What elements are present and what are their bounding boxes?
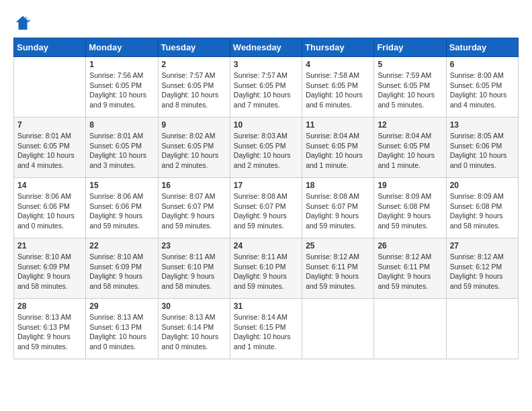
day-number: 27 — [450, 241, 515, 250]
daylight-text: Daylight: 10 hours and 1 minute. — [378, 150, 442, 170]
calendar-cell: 11Sunrise: 8:04 AMSunset: 6:05 PMDayligh… — [302, 118, 374, 178]
weekday-header: Wednesday — [230, 38, 302, 57]
sunset-text: Sunset: 6:07 PM — [306, 201, 370, 212]
day-info: Sunrise: 8:05 AMSunset: 6:06 PMDaylight:… — [450, 131, 515, 171]
calendar-cell: 18Sunrise: 8:08 AMSunset: 6:07 PMDayligh… — [302, 178, 374, 238]
daylight-text: Daylight: 10 hours and 1 minute. — [306, 150, 370, 170]
daylight-text: Daylight: 10 hours and 1 minute. — [234, 332, 298, 351]
sunset-text: Sunset: 6:05 PM — [17, 141, 82, 151]
day-number: 2 — [162, 60, 226, 69]
logo — [13, 13, 35, 32]
sunrise-text: Sunrise: 8:14 AM — [234, 312, 298, 322]
day-info: Sunrise: 8:13 AMSunset: 6:13 PMDaylight:… — [17, 312, 82, 352]
sunset-text: Sunset: 6:13 PM — [17, 322, 82, 332]
day-info: Sunrise: 8:10 AMSunset: 6:09 PMDaylight:… — [89, 252, 154, 291]
weekday-header: Thursday — [302, 38, 374, 57]
day-info: Sunrise: 8:14 AMSunset: 6:15 PMDaylight:… — [234, 312, 298, 352]
daylight-text: Daylight: 10 hours and 9 minutes. — [89, 90, 154, 109]
sunrise-text: Sunrise: 8:01 AM — [17, 131, 82, 141]
calendar-cell: 15Sunrise: 8:06 AMSunset: 6:06 PMDayligh… — [86, 178, 158, 238]
day-info: Sunrise: 8:06 AMSunset: 6:06 PMDaylight:… — [17, 191, 82, 231]
calendar-cell: 7Sunrise: 8:01 AMSunset: 6:05 PMDaylight… — [14, 118, 86, 178]
sunrise-text: Sunrise: 8:03 AM — [234, 131, 298, 141]
day-number: 16 — [162, 181, 226, 190]
weekday-header: Friday — [374, 38, 446, 57]
calendar-cell: 30Sunrise: 8:13 AMSunset: 6:14 PMDayligh… — [158, 299, 230, 359]
calendar-cell: 16Sunrise: 8:07 AMSunset: 6:07 PMDayligh… — [158, 178, 230, 238]
sunrise-text: Sunrise: 8:10 AM — [89, 252, 154, 262]
day-number: 28 — [17, 302, 82, 311]
day-number: 9 — [162, 120, 226, 130]
sunset-text: Sunset: 6:05 PM — [234, 81, 298, 91]
daylight-text: Daylight: 9 hours and 59 minutes. — [450, 271, 515, 291]
daylight-text: Daylight: 9 hours and 59 minutes. — [306, 211, 370, 230]
day-info: Sunrise: 8:04 AMSunset: 6:05 PMDaylight:… — [378, 131, 442, 171]
calendar-cell: 17Sunrise: 8:08 AMSunset: 6:07 PMDayligh… — [230, 178, 302, 238]
daylight-text: Daylight: 10 hours and 4 minutes. — [450, 90, 515, 109]
day-number: 4 — [306, 60, 370, 69]
day-number: 18 — [306, 181, 370, 190]
sunrise-text: Sunrise: 8:09 AM — [450, 191, 515, 201]
day-number: 22 — [89, 241, 154, 250]
day-number: 3 — [234, 60, 298, 69]
page-header — [13, 13, 519, 32]
day-number: 31 — [234, 302, 298, 311]
daylight-text: Daylight: 10 hours and 2 minutes. — [162, 150, 226, 170]
day-info: Sunrise: 8:12 AMSunset: 6:11 PMDaylight:… — [306, 252, 370, 291]
day-number: 6 — [450, 60, 515, 69]
sunrise-text: Sunrise: 8:07 AM — [162, 191, 226, 201]
daylight-text: Daylight: 9 hours and 58 minutes. — [162, 271, 226, 291]
day-number: 13 — [450, 120, 515, 130]
calendar-cell — [446, 299, 518, 359]
sunset-text: Sunset: 6:06 PM — [450, 141, 515, 151]
daylight-text: Daylight: 9 hours and 59 minutes. — [89, 211, 154, 230]
sunrise-text: Sunrise: 8:11 AM — [234, 252, 298, 262]
sunrise-text: Sunrise: 7:57 AM — [234, 71, 298, 81]
day-info: Sunrise: 8:08 AMSunset: 6:07 PMDaylight:… — [306, 191, 370, 231]
sunset-text: Sunset: 6:09 PM — [89, 262, 154, 272]
daylight-text: Daylight: 10 hours and 2 minutes. — [234, 150, 298, 170]
sunset-text: Sunset: 6:15 PM — [234, 322, 298, 332]
sunset-text: Sunset: 6:10 PM — [162, 262, 226, 272]
daylight-text: Daylight: 9 hours and 59 minutes. — [234, 271, 298, 291]
calendar-cell: 8Sunrise: 8:01 AMSunset: 6:05 PMDaylight… — [86, 118, 158, 178]
sunrise-text: Sunrise: 7:59 AM — [378, 71, 442, 81]
sunset-text: Sunset: 6:07 PM — [234, 201, 298, 212]
sunrise-text: Sunrise: 8:00 AM — [450, 71, 515, 81]
day-number: 12 — [378, 120, 442, 130]
sunrise-text: Sunrise: 8:13 AM — [162, 312, 226, 322]
sunset-text: Sunset: 6:05 PM — [306, 81, 370, 91]
daylight-text: Daylight: 10 hours and 7 minutes. — [234, 90, 298, 109]
sunset-text: Sunset: 6:09 PM — [17, 262, 82, 272]
svg-marker-0 — [16, 16, 30, 30]
sunrise-text: Sunrise: 8:12 AM — [450, 252, 515, 262]
day-info: Sunrise: 8:11 AMSunset: 6:10 PMDaylight:… — [234, 252, 298, 291]
daylight-text: Daylight: 9 hours and 59 minutes. — [378, 211, 442, 230]
daylight-text: Daylight: 9 hours and 58 minutes. — [450, 211, 515, 230]
day-number: 5 — [378, 60, 442, 69]
calendar-week-row: 21Sunrise: 8:10 AMSunset: 6:09 PMDayligh… — [14, 238, 519, 299]
calendar-cell: 28Sunrise: 8:13 AMSunset: 6:13 PMDayligh… — [14, 299, 86, 359]
day-number: 14 — [17, 181, 82, 190]
day-info: Sunrise: 7:57 AMSunset: 6:05 PMDaylight:… — [234, 71, 298, 110]
sunset-text: Sunset: 6:05 PM — [89, 81, 154, 91]
day-number: 30 — [162, 302, 226, 311]
day-info: Sunrise: 7:59 AMSunset: 6:05 PMDaylight:… — [378, 71, 442, 110]
day-number: 8 — [89, 120, 154, 130]
day-info: Sunrise: 7:57 AMSunset: 6:05 PMDaylight:… — [162, 71, 226, 110]
day-info: Sunrise: 8:10 AMSunset: 6:09 PMDaylight:… — [17, 252, 82, 291]
sunrise-text: Sunrise: 8:05 AM — [450, 131, 515, 141]
day-info: Sunrise: 8:06 AMSunset: 6:06 PMDaylight:… — [89, 191, 154, 231]
weekday-header: Saturday — [446, 38, 518, 57]
day-info: Sunrise: 8:12 AMSunset: 6:11 PMDaylight:… — [378, 252, 442, 291]
calendar-cell: 19Sunrise: 8:09 AMSunset: 6:08 PMDayligh… — [374, 178, 446, 238]
calendar-cell: 24Sunrise: 8:11 AMSunset: 6:10 PMDayligh… — [230, 238, 302, 299]
day-info: Sunrise: 8:02 AMSunset: 6:05 PMDaylight:… — [162, 131, 226, 171]
calendar-cell: 14Sunrise: 8:06 AMSunset: 6:06 PMDayligh… — [14, 178, 86, 238]
daylight-text: Daylight: 9 hours and 59 minutes. — [234, 211, 298, 230]
day-number: 26 — [378, 241, 442, 250]
sunrise-text: Sunrise: 7:57 AM — [162, 71, 226, 81]
day-number: 20 — [450, 181, 515, 190]
sunrise-text: Sunrise: 8:12 AM — [306, 252, 370, 262]
logo-icon — [13, 13, 32, 32]
